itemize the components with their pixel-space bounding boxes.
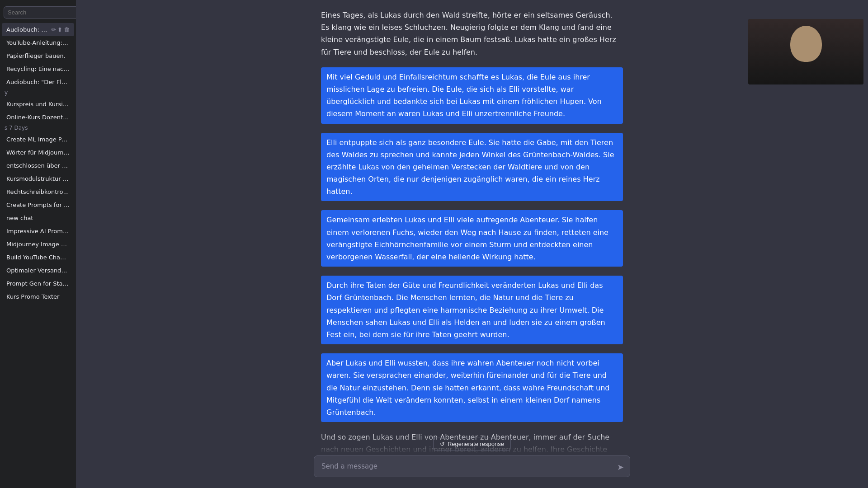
sidebar-item-versandzeitpunkt[interactable]: Optimaler Versandzeitpunkt fü [2, 264, 74, 277]
sidebar-items-container: Audiobuch: Lukas und✏️⬆🗑YouTube-Anleitun… [0, 23, 76, 303]
sidebar-item-papierflieger[interactable]: Papierflieger bauen. [2, 49, 74, 62]
search-input[interactable] [4, 6, 76, 19]
sidebar-item-new-chat[interactable]: new chat [2, 211, 74, 225]
sidebar-item-label: new chat [6, 215, 70, 221]
sidebar-item-label: entschlossen über Video-T [6, 162, 70, 169]
sidebar-icon[interactable]: ⬆ [57, 26, 62, 33]
sidebar-item-audiobuch2[interactable]: Audiobuch: "Der Flüsterwald" [2, 75, 74, 89]
sidebar-item-label: Rechtschreibkontrolle [6, 188, 70, 195]
sidebar-item-midjourney-image[interactable]: Midjourney Image Creation [2, 238, 74, 251]
sidebar-item-label: Kurspreis und Kursinhalt. [6, 101, 70, 108]
sidebar-item-label: Audiobuch: Lukas und [6, 26, 48, 33]
sidebar-item-label: Create Prompts for Midjourne [6, 202, 70, 208]
sidebar-item-label: Build YouTube Channel: 100k! [6, 254, 70, 261]
sidebar-item-promo-texter[interactable]: Kurs Promo Texter [2, 290, 74, 303]
message-wrapper-p5: Durch ihre Taten der Güte und Freundlich… [314, 276, 630, 344]
sidebar-section-label: y [0, 89, 76, 98]
message-wrapper-p2: Mit viel Geduld und Einfallsreichtum sch… [314, 67, 630, 124]
message-text-p6: Aber Lukas und Elli wussten, dass ihre w… [321, 353, 623, 422]
sidebar-item-label: Recycling: Eine nachhaltige L [6, 66, 70, 72]
sidebar-item-label: Optimaler Versandzeitpunkt fü [6, 267, 70, 274]
sidebar-item-youtube-channel[interactable]: Build YouTube Channel: 100k! [2, 251, 74, 264]
sidebar-item-label: Wörter für Midjourney-Promp [6, 149, 70, 156]
main-content: Eines Tages, als Lukas durch den Wald st… [76, 0, 868, 488]
message-text-p2: Mit viel Geduld und Einfallsreichtum sch… [321, 67, 623, 124]
video-person [748, 19, 863, 84]
sidebar-item-label: YouTube-Anleitung: Google C [6, 39, 70, 46]
message-text-p4: Gemeinsam erlebten Lukas und Elli viele … [321, 210, 623, 267]
message-text-p3: Elli entpuppte sich als ganz besondere E… [321, 133, 623, 202]
sidebar-icon[interactable]: 🗑 [64, 26, 70, 33]
input-box-wrapper: ➤ [314, 455, 630, 479]
sidebar-item-online-kurs[interactable]: Online-Kurs Dozentenvergütu [2, 111, 74, 124]
messages-container: Eines Tages, als Lukas durch den Wald st… [314, 9, 630, 488]
sidebar-item-youtube[interactable]: YouTube-Anleitung: Google C [2, 36, 74, 49]
message-input[interactable] [314, 455, 630, 477]
sidebar-top: 🔍 [0, 4, 76, 21]
video-overlay [748, 19, 863, 84]
sidebar-icon[interactable]: ✏️ [51, 26, 56, 33]
sidebar-item-label: Midjourney Image Creation [6, 241, 70, 248]
sidebar-item-label: Papierflieger bauen. [6, 52, 70, 59]
message-text-p5: Durch ihre Taten der Güte und Freundlich… [321, 276, 623, 344]
sidebar-item-recycling[interactable]: Recycling: Eine nachhaltige L [2, 62, 74, 75]
message-wrapper-p4: Gemeinsam erlebten Lukas und Elli viele … [314, 210, 630, 267]
regenerate-icon: ↺ [440, 441, 445, 447]
send-button[interactable]: ➤ [615, 460, 626, 474]
sidebar-item-audiobuch[interactable]: Audiobuch: Lukas und✏️⬆🗑 [2, 23, 74, 36]
message-wrapper-p3: Elli entpuppte sich als ganz besondere E… [314, 133, 630, 202]
sidebar-item-label: Kurs Promo Texter [6, 293, 70, 300]
sidebar-item-label: Audiobuch: "Der Flüsterwald" [6, 79, 70, 85]
sidebar-item-rechtschreibkontrolle[interactable]: Rechtschreibkontrolle [2, 185, 74, 198]
sidebar-item-ml-prompts[interactable]: Create ML Image Prompts [2, 133, 74, 146]
message-wrapper-p6: Aber Lukas und Elli wussten, dass ihre w… [314, 353, 630, 422]
input-area: ↺ Regenerate response ➤ [76, 432, 868, 488]
message-wrapper-p1: Eines Tages, als Lukas durch den Wald st… [314, 9, 630, 58]
sidebar-item-impressive-ai[interactable]: Impressive AI Prompts [2, 225, 74, 238]
sidebar-item-midjourney-prompts[interactable]: Wörter für Midjourney-Promp [2, 146, 74, 159]
sidebar-section-label: s 7 Days [0, 124, 76, 133]
sidebar: 🔍 Audiobuch: Lukas und✏️⬆🗑YouTube-Anleit… [0, 0, 76, 488]
send-icon: ➤ [617, 463, 624, 472]
sidebar-item-label: Online-Kurs Dozentenvergütu [6, 114, 70, 121]
sidebar-item-stable-diffusion[interactable]: Prompt Gen for Stable Diffus [2, 277, 74, 290]
sidebar-item-label: Prompt Gen for Stable Diffus [6, 280, 70, 287]
sidebar-item-icons: ✏️⬆🗑 [51, 26, 70, 33]
sidebar-item-label: Create ML Image Prompts [6, 136, 70, 143]
sidebar-item-label: Impressive AI Prompts [6, 228, 70, 235]
regenerate-button[interactable]: ↺ Regenerate response [433, 437, 511, 451]
regenerate-label: Regenerate response [448, 441, 504, 447]
sidebar-item-kursmodulstruktur[interactable]: Kursmodulstruktur planen [2, 172, 74, 185]
sidebar-item-midjourney-create[interactable]: Create Prompts for Midjourne [2, 198, 74, 211]
sidebar-item-video-t[interactable]: entschlossen über Video-T [2, 159, 74, 172]
sidebar-item-kurspreis[interactable]: Kurspreis und Kursinhalt. [2, 98, 74, 111]
sidebar-item-label: Kursmodulstruktur planen [6, 175, 70, 182]
message-text-p1: Eines Tages, als Lukas durch den Wald st… [321, 11, 616, 56]
